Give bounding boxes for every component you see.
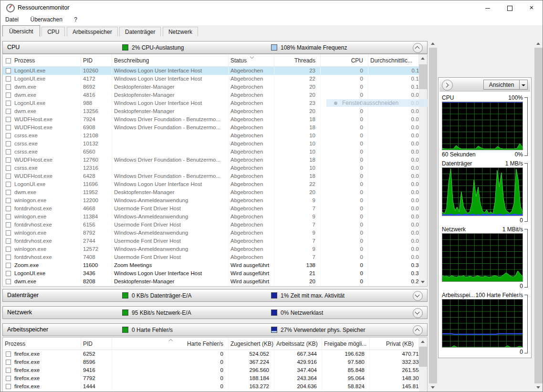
- table-row[interactable]: csrss.exe12108Abgebrochen1000.01: [3, 132, 427, 140]
- scroll-up-icon[interactable]: [534, 40, 543, 48]
- table-row[interactable]: LogonUI.exe3436Windows Logon User Interf…: [3, 269, 427, 278]
- row-checkbox[interactable]: [6, 368, 11, 373]
- scrollbar-thumb[interactable]: [429, 48, 437, 383]
- table-row[interactable]: LogonUI.exe4172Windows Logon User Interf…: [3, 75, 427, 83]
- table-row[interactable]: firefox.exe14440163.272204.63658.824145.…: [3, 382, 427, 391]
- table-row[interactable]: WUDFHost.exe6908Windows Driver Foundatio…: [3, 124, 427, 132]
- row-checkbox[interactable]: [6, 133, 11, 138]
- row-checkbox[interactable]: [6, 255, 11, 260]
- menu-help[interactable]: ?: [69, 15, 82, 24]
- row-checkbox[interactable]: [6, 84, 11, 90]
- table-row[interactable]: Zoom.exe11600Zoom MeetingsWird ausgeführ…: [3, 261, 427, 269]
- col-prozess[interactable]: Prozess: [3, 54, 81, 66]
- disk-section-header[interactable]: Datenträger 0 KB/s Datenträger-E/A 1% Ze…: [2, 289, 428, 302]
- table-row[interactable]: firefox.exe94160296.560347.40485.848261.…: [3, 366, 427, 374]
- panel-scrollbar[interactable]: [534, 40, 543, 392]
- col-threads[interactable]: Threads: [274, 54, 321, 66]
- scrollbar-thumb[interactable]: [534, 48, 543, 383]
- row-checkbox[interactable]: [6, 68, 11, 73]
- row-checkbox[interactable]: [6, 190, 11, 195]
- scroll-down-icon[interactable]: [534, 383, 543, 392]
- row-checkbox[interactable]: [6, 76, 11, 82]
- table-row[interactable]: dwm.exe8208Desktopfenster-ManagerWird au…: [3, 278, 427, 286]
- menu-datei[interactable]: Datei: [0, 15, 23, 24]
- row-checkbox[interactable]: [6, 117, 11, 122]
- table-row[interactable]: dwm.exe13256Desktopfenster-ManagerAbgebr…: [3, 107, 427, 115]
- row-checkbox[interactable]: [6, 149, 11, 155]
- col-pid[interactable]: PID: [81, 54, 112, 66]
- table-row[interactable]: fontdrvhost.exe7408Usermode Font Driver …: [3, 253, 427, 261]
- row-checkbox[interactable]: [6, 206, 11, 211]
- row-checkbox[interactable]: [6, 376, 11, 381]
- table-row[interactable]: winlogon.exe12572Windows-Anmeldeanwendun…: [3, 245, 427, 253]
- table-row[interactable]: fontdrvhost.exe6156Usermode Font Driver …: [3, 221, 427, 229]
- table-row[interactable]: firefox.exe62520524.052667.344196.628470…: [3, 350, 427, 358]
- scroll-up-icon[interactable]: [419, 54, 427, 62]
- col-pid[interactable]: PID: [81, 338, 112, 350]
- table-row[interactable]: dwm.exe11952Desktopfenster-ManagerAbgebr…: [3, 188, 427, 196]
- scroll-down-icon[interactable]: [429, 383, 437, 392]
- row-checkbox[interactable]: [6, 165, 11, 171]
- tab-datentraeger[interactable]: Datenträger: [119, 27, 161, 36]
- table-row[interactable]: firefox.exe77920188.184243.36495.064148.…: [3, 374, 427, 382]
- col-arbeitssatz[interactable]: Arbeitssatz (KB): [274, 338, 322, 350]
- network-section-header[interactable]: Netzwerk 95 KBit/s Netzwerk-E/A 0% Netzw…: [2, 306, 428, 319]
- table-row[interactable]: dwm.exe8692Desktopfenster-ManagerAbgebro…: [3, 83, 427, 91]
- table-row[interactable]: winlogon.exe11384Windows-Anmeldeanwendun…: [3, 213, 427, 221]
- tab-netzwerk[interactable]: Netzwerk: [163, 27, 198, 36]
- table-row[interactable]: firefox.exe85960367.224429.91697.580332.…: [3, 358, 427, 366]
- row-checkbox[interactable]: [6, 360, 11, 365]
- views-button-label[interactable]: Ansichten: [483, 80, 520, 90]
- cpu-collapse-button[interactable]: [413, 43, 423, 53]
- cpu-section-header[interactable]: CPU 2% CPU-Auslastung 108% Maximale Freq…: [2, 41, 428, 54]
- minimize-button[interactable]: [477, 0, 499, 15]
- table-row[interactable]: WUDFHost.exe7924Windows Driver Foundatio…: [3, 115, 427, 124]
- row-checkbox[interactable]: [6, 279, 11, 284]
- cpu-table-scrollbar[interactable]: [419, 54, 427, 286]
- row-checkbox[interactable]: [6, 141, 11, 146]
- table-row[interactable]: fontdrvhost.exe4668Usermode Font Driver …: [3, 205, 427, 213]
- scrollbar-thumb[interactable]: [419, 64, 427, 89]
- table-row[interactable]: fontdrvhost.exe2744Usermode Font Driver …: [3, 237, 427, 245]
- main-scrollbar[interactable]: [429, 40, 437, 392]
- col-freigabe[interactable]: Freigabe mögli...: [322, 338, 370, 350]
- disk-expand-button[interactable]: [413, 291, 423, 301]
- row-checkbox[interactable]: [6, 384, 11, 389]
- memory-table-scrollbar[interactable]: [419, 338, 427, 392]
- row-checkbox[interactable]: [6, 101, 11, 106]
- col-beschreibung[interactable]: Beschreibung: [112, 54, 229, 66]
- views-button[interactable]: Ansichten: [483, 80, 528, 90]
- table-row[interactable]: winlogon.exe8792Windows-Anmeldeanwendung…: [3, 229, 427, 237]
- col-privat[interactable]: Privat (KB): [370, 338, 419, 350]
- row-checkbox[interactable]: [6, 157, 11, 163]
- maximize-button[interactable]: [499, 0, 521, 15]
- row-checkbox[interactable]: [6, 198, 11, 203]
- memory-collapse-button[interactable]: [413, 325, 423, 335]
- table-row[interactable]: csrss.exe10132Abgebrochen1000.01: [3, 140, 427, 148]
- scrollbar-thumb[interactable]: [419, 347, 427, 367]
- tab-cpu[interactable]: CPU: [42, 27, 65, 36]
- row-checkbox[interactable]: [6, 125, 11, 130]
- row-checkbox[interactable]: [6, 222, 11, 227]
- table-row[interactable]: WUDFHost.exe12760Windows Driver Foundati…: [3, 156, 427, 164]
- menu-ueberwachen[interactable]: Überwachen: [25, 15, 67, 24]
- memory-section-header[interactable]: Arbeitsspeicher 0 Harte Fehler/s 27% Ver…: [2, 323, 428, 336]
- table-row[interactable]: csrss.exe6560Abgebrochen1000.01: [3, 148, 427, 156]
- scroll-down-icon[interactable]: [419, 278, 427, 286]
- network-expand-button[interactable]: [413, 308, 423, 318]
- row-checkbox[interactable]: [6, 93, 11, 98]
- col-prozess[interactable]: Prozess: [3, 338, 81, 350]
- close-button[interactable]: ×: [521, 0, 543, 15]
- table-row[interactable]: dwm.exe4816Desktopfenster-ManagerAbgebro…: [3, 91, 427, 99]
- row-checkbox[interactable]: [6, 238, 11, 244]
- row-checkbox[interactable]: [6, 351, 11, 357]
- views-dropdown-arrow-icon[interactable]: [520, 80, 528, 90]
- row-checkbox[interactable]: [6, 271, 11, 276]
- table-row[interactable]: winlogon.exe12200Windows-Anmeldeanwendun…: [3, 196, 427, 205]
- table-row[interactable]: csrss.exe12316Abgebrochen1000.01: [3, 164, 427, 172]
- col-durchschnitt[interactable]: Durchschnittlic...: [368, 54, 419, 66]
- row-checkbox[interactable]: [6, 247, 11, 252]
- row-checkbox[interactable]: [6, 214, 11, 219]
- tab-uebersicht[interactable]: Übersicht: [2, 25, 40, 37]
- row-checkbox[interactable]: [6, 182, 11, 187]
